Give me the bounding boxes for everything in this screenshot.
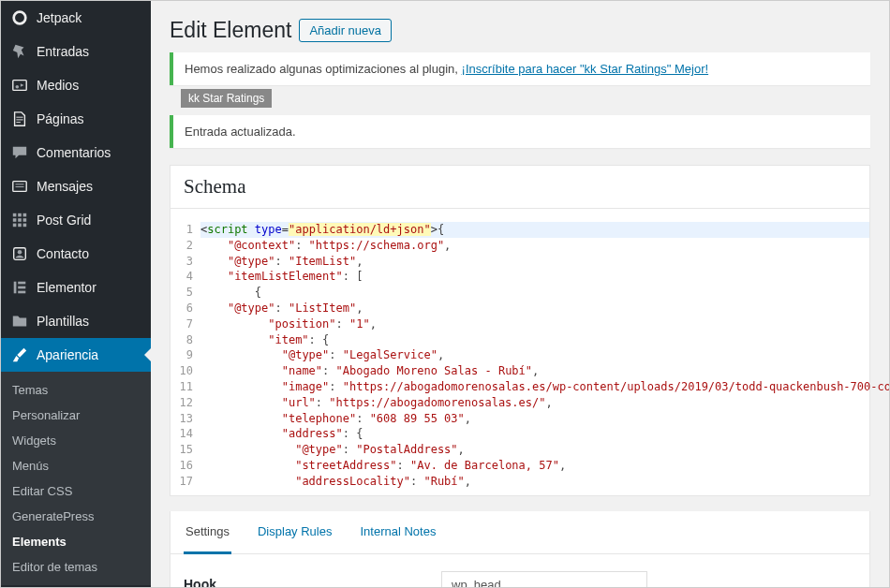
- pin-icon: [10, 42, 29, 61]
- menu-label: Jetpack: [37, 10, 82, 25]
- tab-settings[interactable]: Settings: [184, 511, 231, 554]
- line-number: 6: [171, 301, 200, 316]
- menu-label: Medios: [37, 78, 79, 93]
- metabox-title: Schema: [170, 165, 870, 209]
- code-line[interactable]: 6 "@type": "ListItem",: [171, 301, 869, 316]
- menu-label: Contacto: [37, 246, 89, 261]
- line-number: 2: [171, 238, 200, 254]
- code-editor[interactable]: 1<script type="application/ld+json">{2 "…: [170, 209, 870, 496]
- code-line[interactable]: 10 "name": "Abogado Moreno Salas - Rubí"…: [171, 363, 869, 379]
- code-line[interactable]: 2 "@context": "https://schema.org",: [171, 238, 869, 254]
- grid-icon: [10, 211, 29, 229]
- svg-point-16: [18, 250, 22, 255]
- code-line[interactable]: 4 "itemListElement": [: [171, 269, 869, 285]
- submenu-personalizar[interactable]: Personalizar: [1, 403, 151, 428]
- svg-rect-7: [18, 213, 22, 217]
- svg-rect-12: [13, 224, 17, 228]
- submenu-widgets[interactable]: Widgets: [1, 428, 151, 453]
- code-line[interactable]: 1<script type="application/ld+json">{: [171, 222, 869, 238]
- submenu-temas[interactable]: Temas: [1, 377, 151, 403]
- hook-label: Hook: [184, 577, 216, 587]
- menu-páginas[interactable]: Páginas: [1, 102, 151, 136]
- menu-contacto[interactable]: Contacto: [1, 237, 151, 271]
- line-number: 4: [171, 269, 200, 285]
- code-line[interactable]: 3 "@type": "ItemList",: [171, 254, 869, 270]
- menu-comentarios[interactable]: Comentarios: [1, 136, 151, 169]
- code-line[interactable]: 14 "address": {: [171, 426, 869, 442]
- svg-rect-1: [13, 81, 26, 91]
- line-number: 10: [171, 363, 200, 379]
- settings-tabs: SettingsDisplay RulesInternal Notes: [170, 511, 870, 554]
- svg-rect-11: [23, 218, 27, 222]
- notice-optim: Hemos realizado algunas optimizaciones a…: [170, 52, 870, 85]
- menu-post-grid[interactable]: Post Grid: [1, 203, 151, 237]
- svg-point-0: [14, 12, 26, 24]
- line-number: 14: [171, 426, 200, 442]
- svg-rect-18: [18, 282, 25, 285]
- code-line[interactable]: 8 "item": {: [171, 332, 869, 348]
- line-number: 11: [171, 379, 200, 395]
- line-number: 9: [171, 347, 200, 363]
- line-number: 17: [171, 474, 200, 490]
- code-line[interactable]: 17 "addressLocality": "Rubí",: [171, 474, 869, 490]
- add-new-button[interactable]: Añadir nueva: [299, 19, 392, 42]
- menu-jetpack[interactable]: Jetpack: [1, 1, 151, 35]
- code-line[interactable]: 15 "@type": "PostalAddress",: [171, 442, 869, 458]
- media-icon: [10, 76, 29, 95]
- notice-link[interactable]: ¡Inscríbite para hacer "kk Star Ratings"…: [462, 62, 709, 76]
- menu-plugins[interactable]: Plugins: [1, 585, 151, 587]
- code-line[interactable]: 7 "position": "1",: [171, 316, 869, 332]
- ring-icon: [10, 8, 29, 27]
- menu-label: Apariencia: [37, 347, 98, 362]
- submenu-editar-css[interactable]: Editar CSS: [1, 478, 151, 504]
- svg-rect-13: [18, 224, 22, 228]
- tab-internal-notes[interactable]: Internal Notes: [358, 511, 438, 553]
- tab-display-rules[interactable]: Display Rules: [256, 511, 334, 553]
- menu-entradas[interactable]: Entradas: [1, 35, 151, 68]
- menu-apariencia[interactable]: Apariencia: [1, 338, 151, 372]
- submenu-generatepress[interactable]: GeneratePress: [1, 504, 151, 529]
- svg-rect-17: [14, 282, 17, 294]
- notice-text: Hemos realizado algunas optimizaciones a…: [185, 62, 462, 76]
- svg-rect-4: [16, 184, 24, 184]
- code-line[interactable]: 12 "url": "https://abogadomorenosalas.es…: [171, 395, 869, 411]
- line-number: 16: [171, 458, 200, 474]
- hook-row: Hook: [170, 554, 870, 587]
- submenu-elements[interactable]: Elements: [1, 529, 151, 554]
- svg-rect-14: [23, 224, 27, 228]
- svg-rect-6: [13, 213, 17, 217]
- contact-icon: [10, 244, 29, 263]
- page-icon: [10, 110, 29, 128]
- line-number: 5: [171, 285, 200, 301]
- line-number: 13: [171, 411, 200, 427]
- code-line[interactable]: 11 "image": "https://abogadomorenosalas.…: [171, 379, 869, 395]
- menu-plantillas[interactable]: Plantillas: [1, 304, 151, 338]
- svg-point-2: [16, 85, 20, 89]
- comment-icon: [10, 143, 29, 162]
- page-title: Edit Element: [170, 18, 291, 43]
- menu-elementor[interactable]: Elementor: [1, 271, 151, 304]
- line-number: 12: [171, 395, 200, 411]
- hook-select[interactable]: [441, 571, 647, 587]
- menu-label: Elementor: [37, 280, 96, 295]
- line-number: 7: [171, 316, 200, 332]
- code-line[interactable]: 9 "@type": "LegalService",: [171, 347, 869, 363]
- code-line[interactable]: 5 {: [171, 285, 869, 301]
- line-number: 8: [171, 332, 200, 348]
- svg-rect-20: [18, 291, 25, 294]
- code-line[interactable]: 13 "telephone": "608 89 55 03",: [171, 411, 869, 427]
- menu-medios[interactable]: Medios: [1, 68, 151, 102]
- menu-label: Comentarios: [37, 145, 111, 160]
- code-line[interactable]: 16 "streetAddress": "Av. de Barcelona, 5…: [171, 458, 869, 474]
- submenu-editor-de-temas[interactable]: Editor de temas: [1, 554, 151, 580]
- menu-label: Mensajes: [37, 179, 93, 194]
- line-number: 15: [171, 442, 200, 458]
- submenu-menús[interactable]: Menús: [1, 453, 151, 478]
- menu-label: Páginas: [37, 111, 84, 126]
- folder-icon: [10, 312, 29, 331]
- menu-mensajes[interactable]: Mensajes: [1, 169, 151, 203]
- line-number: 1: [171, 222, 200, 238]
- menu-label: Post Grid: [37, 213, 91, 228]
- svg-rect-8: [23, 213, 27, 217]
- line-number: 3: [171, 254, 200, 270]
